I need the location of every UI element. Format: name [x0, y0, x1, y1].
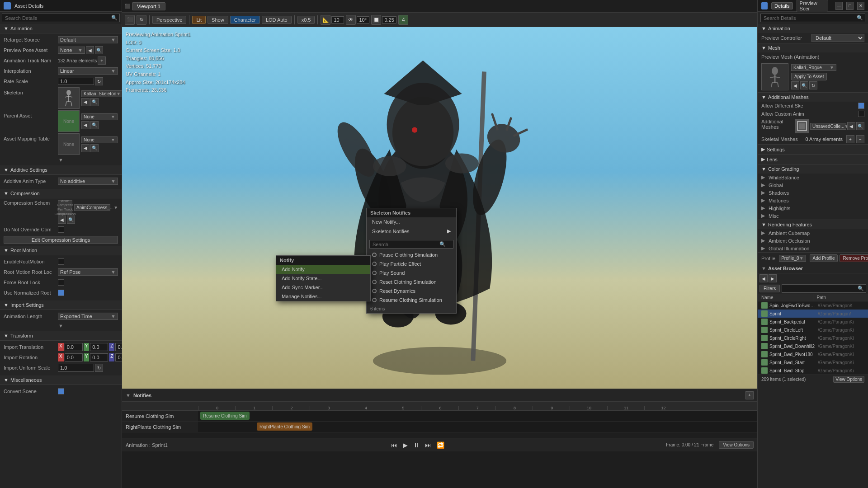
rp-mesh-nav2[interactable]: 🔍: [800, 81, 808, 89]
rp-mesh-nav3[interactable]: ↻: [809, 81, 817, 89]
far-icon[interactable]: 4: [398, 15, 408, 25]
enable-root-checkbox[interactable]: [58, 258, 64, 265]
anim-length-dropdown[interactable]: Exported Time ▼: [58, 313, 118, 320]
import-settings-section-header[interactable]: ▼ Import Settings: [0, 300, 122, 310]
notify-search-input[interactable]: [370, 241, 438, 248]
asset-row-8[interactable]: Sprint_Bwd_Stop /Game/ParagonKi: [758, 366, 868, 375]
rp-color-grading-header[interactable]: ▼ Color Grading: [758, 164, 868, 174]
near-clip-icon[interactable]: 🔲: [371, 15, 381, 25]
toolbar-icon-2[interactable]: ↻: [137, 15, 146, 25]
reset-clothing-item[interactable]: Reset Clothing Simulation: [367, 277, 456, 286]
apply-to-asset-btn[interactable]: Apply To Asset: [791, 73, 827, 80]
compression-section-header[interactable]: ▼ Compression: [0, 189, 122, 198]
notify-chip-resume[interactable]: Resume Clothing Sim: [200, 412, 250, 420]
rp-maximize[interactable]: □: [846, 2, 854, 10]
use-normalized-checkbox[interactable]: [58, 290, 64, 296]
rp-skeletal-add[interactable]: +: [846, 135, 854, 143]
asset-row-4[interactable]: Sprint_CircleRight /Game/ParagonKi: [758, 334, 868, 342]
screen-size-icon[interactable]: 📐: [321, 15, 330, 25]
playback-pause[interactable]: ⏸: [411, 441, 421, 450]
skeleton-notifies-item[interactable]: Skeleton Notifies ▶: [367, 226, 456, 236]
asset-row-7[interactable]: Sprint_Bwd_Start /Game/ParagonKi: [758, 358, 868, 366]
asset-row-0[interactable]: Spin_JogFwdToBwd_CW /Game/ParagonK: [758, 301, 868, 310]
root-motion-lock-dropdown[interactable]: Ref Pose ▼: [58, 268, 118, 276]
rp-close[interactable]: ✕: [857, 2, 864, 10]
right-search-input[interactable]: [761, 14, 855, 22]
asset-row-1[interactable]: Sprint /Game/Paragon/: [758, 310, 868, 318]
notify-chip-rightplant[interactable]: RightPlante Clothing Sim: [257, 422, 312, 431]
asset-view-options-btn[interactable]: View Options: [833, 376, 864, 383]
skeleton-dropdown[interactable]: Kallari_Skeleton ▼: [81, 90, 122, 97]
rotation-x-input[interactable]: [65, 353, 83, 361]
asset-mapping-dropdown[interactable]: None ▼: [81, 136, 118, 143]
playback-skip-end[interactable]: ⏭: [423, 441, 433, 450]
translation-x-input[interactable]: [65, 343, 83, 351]
rp-allow-custom-checkbox[interactable]: [858, 111, 864, 117]
view-options-btn[interactable]: View Options: [719, 441, 754, 449]
asset-row-5[interactable]: Sprint_Bwd_Downhill2 /Game/ParagonKi: [758, 342, 868, 350]
playback-loop[interactable]: 🔁: [435, 441, 446, 450]
notifies-add-btn[interactable]: +: [745, 391, 754, 399]
add-notify-state-item[interactable]: Add Notify State...: [276, 274, 370, 283]
mapping-search[interactable]: 🔍: [90, 144, 99, 152]
compression-dropdown[interactable]: AnimCompress_... ▼: [74, 204, 110, 211]
animation-section-header[interactable]: ▼ Animation: [0, 24, 122, 33]
preview-pose-dropdown[interactable]: None ▼: [58, 47, 85, 54]
asset-row-2[interactable]: Sprint_Backpedal /Game/ParagonKi: [758, 318, 868, 326]
playback-skip-start[interactable]: ⏮: [389, 441, 399, 450]
asset-row-6[interactable]: Sprint_Bwd_Pivot180 /Game/ParagonKi: [758, 350, 868, 358]
parent-search[interactable]: 🔍: [90, 121, 99, 129]
rp-add-mesh-header[interactable]: ▼ Additional Meshes: [758, 93, 868, 102]
scale-btn[interactable]: x0.5: [297, 16, 315, 24]
resume-clothing-item[interactable]: Resume Clothing Simulation: [367, 296, 456, 305]
mapping-nav[interactable]: ◀: [81, 144, 90, 152]
rp-minimize[interactable]: —: [835, 2, 843, 10]
rp-anim-header[interactable]: ▼ Animation: [758, 24, 868, 33]
remove-profile-btn[interactable]: Remove Profile: [840, 254, 868, 262]
translation-y-input[interactable]: [90, 343, 108, 351]
timeline-view-options-button[interactable]: View Options: [719, 441, 754, 449]
manage-notifies-item[interactable]: Manage Notifies...: [276, 292, 370, 301]
right-search-bar[interactable]: 🔍: [760, 14, 865, 22]
additive-anim-dropdown[interactable]: No additive ▼: [58, 178, 118, 185]
misc-section-header[interactable]: ▼ Miscellaneous: [0, 375, 122, 385]
rp-settings-header[interactable]: ▶ Settings: [758, 145, 868, 154]
rp-add-meshes-nav2[interactable]: 🔍: [856, 122, 864, 130]
details-tab[interactable]: Details: [771, 2, 793, 9]
perspective-btn[interactable]: Perspective: [152, 16, 186, 24]
screen-size-input[interactable]: [331, 16, 344, 23]
rate-scale-input[interactable]: [58, 78, 94, 85]
rp-rendering-header[interactable]: ▼ Rendering Features: [758, 220, 868, 229]
preview-pose-nav-prev[interactable]: ◀: [86, 46, 94, 54]
fov-input[interactable]: [357, 16, 369, 23]
root-motion-section-header[interactable]: ▼ Root Motion: [0, 246, 122, 255]
preview-pose-search[interactable]: 🔍: [95, 46, 103, 54]
left-search-input[interactable]: [2, 14, 109, 22]
skeleton-search[interactable]: 🔍: [90, 98, 99, 106]
lit-btn[interactable]: Lit: [192, 16, 206, 24]
toolbar-icon-1[interactable]: ⬛: [125, 15, 135, 25]
lod-btn[interactable]: LOD Auto: [262, 16, 292, 24]
rp-lens-header[interactable]: ▶ Lens: [758, 155, 868, 164]
add-notify-item[interactable]: Add Notify: [276, 265, 370, 274]
scale-input[interactable]: [58, 364, 94, 372]
compression-search[interactable]: 🔍: [67, 216, 75, 224]
asset-search-bar[interactable]: 🔍: [782, 284, 866, 293]
playback-play[interactable]: ▶: [401, 441, 410, 450]
parent-nav[interactable]: ◀: [81, 121, 90, 129]
convert-scene-checkbox[interactable]: [58, 388, 64, 394]
scale-reset[interactable]: ↻: [95, 364, 103, 372]
rp-allow-diff-checkbox[interactable]: [858, 103, 864, 109]
asset-nav-next[interactable]: ▶: [769, 274, 777, 282]
skeleton-nav[interactable]: ◀: [81, 98, 90, 106]
asset-row-3[interactable]: Sprint_CircleLeft /Game/ParagonKi: [758, 326, 868, 334]
fov-icon[interactable]: 👁: [346, 15, 356, 25]
left-search-bar[interactable]: 🔍: [2, 14, 120, 22]
play-particle-item[interactable]: Play Particle Effect: [367, 259, 456, 268]
filters-btn[interactable]: Filters: [760, 285, 780, 292]
rate-scale-reset[interactable]: ↻: [95, 77, 103, 85]
rotation-z-input[interactable]: [115, 353, 122, 361]
pause-clothing-item[interactable]: Pause Clothing Simulation: [367, 250, 456, 259]
rp-add-meshes-nav1[interactable]: ◀: [847, 122, 855, 130]
reset-dynamics-item[interactable]: Reset Dynamics: [367, 286, 456, 296]
